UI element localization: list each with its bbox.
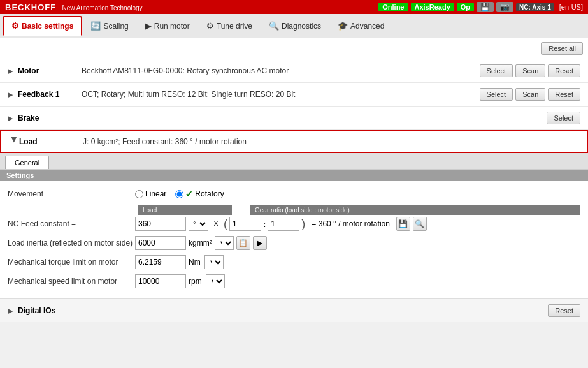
advanced-icon: 🎓 [338, 21, 348, 31]
tab-tune-drive[interactable]: ⚙ Tune drive [198, 16, 261, 36]
scaling-icon: 🔄 [90, 21, 101, 31]
feedback1-value: OCT; Rotary; Multi turn RESO: 12 Bit; Si… [82, 90, 480, 99]
mech-speed-input[interactable] [135, 274, 186, 288]
motor-label: Motor [18, 66, 82, 75]
mech-speed-unit-select[interactable]: ▼ [206, 274, 225, 288]
gear-right-input[interactable] [268, 217, 299, 231]
digital-ios-row: ▶ Digital IOs Reset [0, 298, 588, 322]
tab-diagnostics[interactable]: 🔍 Diagnostics [261, 16, 329, 36]
linear-label: Linear [145, 189, 166, 198]
tab-basic-settings[interactable]: ⚙ Basic settings [3, 16, 82, 36]
digital-ios-arrow[interactable]: ▶ [8, 307, 18, 315]
load-inertia-row: Load inertia (reflected on motor side) k… [8, 235, 580, 251]
nav-tabs: ⚙ Basic settings 🔄 Scaling ▶ Run motor ⚙… [0, 14, 588, 38]
copy-icon[interactable]: 📋 [236, 236, 250, 250]
op-badge: Op [457, 3, 474, 11]
mech-torque-input[interactable] [135, 255, 186, 269]
reset-all-button[interactable]: Reset all [541, 42, 583, 55]
gear-ratio-group: ( : ) [224, 217, 305, 231]
sub-tab-general[interactable]: General [5, 156, 49, 169]
rotatory-radio[interactable] [175, 190, 183, 198]
gear-left-input[interactable] [229, 217, 261, 231]
mech-speed-row: Mechanical speed limit on motor rpm ▼ [8, 274, 580, 289]
feedback1-expand-arrow[interactable]: ▶ [8, 91, 18, 99]
nc-feed-result: = 360 ° / motor rotation [312, 219, 390, 228]
gear-icon: ⚙ [11, 21, 19, 31]
motor-actions: Select Scan Reset [480, 64, 580, 77]
motor-row: ▶ Motor Beckhoff AM8111-0FG0-0000: Rotar… [0, 59, 588, 83]
rotatory-label: Rotatory [195, 189, 224, 198]
status-bar: Online AxisReady Op 💾 📷 NC: Axis 1 [en-U… [378, 2, 583, 12]
nc-axis-badge: NC: Axis 1 [516, 3, 554, 11]
nc-feed-input[interactable] [135, 217, 186, 231]
calculator-icon[interactable]: 🔍 [413, 217, 427, 231]
linear-radio[interactable] [135, 190, 143, 198]
load-inertia-input[interactable] [135, 236, 186, 250]
close-paren: ) [301, 218, 305, 230]
digital-ios-label: Digital IOs [18, 306, 82, 315]
load-inertia-unit-select[interactable]: ▼ [215, 236, 234, 250]
tab-scaling[interactable]: 🔄 Scaling [82, 16, 136, 36]
movement-controls: Linear ✔ Rotatory [135, 189, 580, 199]
brake-select-button[interactable]: Select [547, 112, 580, 124]
load-expand-arrow[interactable]: ▶ [10, 136, 18, 147]
load-inertia-label: Load inertia (reflected on motor side) [8, 239, 135, 247]
load-value: J: 0 kgcm²; Feed constant: 360 ° / motor… [83, 137, 579, 146]
feedback1-reset-button[interactable]: Reset [548, 88, 580, 101]
nc-feed-controls: ° X ( : ) = 360 ° / motor rotation 💾 🔍 [135, 217, 580, 231]
brake-expand-arrow[interactable]: ▶ [8, 114, 18, 122]
floppy-icon[interactable]: 💾 [477, 2, 494, 12]
mech-torque-label: Mechanical torque limit on motor [8, 258, 135, 267]
tab-run-motor[interactable]: ▶ Run motor [137, 16, 198, 36]
mech-speed-unit: rpm [189, 277, 202, 286]
rotatory-option[interactable]: ✔ Rotatory [175, 189, 224, 199]
top-bar: BECKHOFF New Automation Technology Onlin… [0, 0, 588, 14]
run-icon: ▶ [145, 21, 152, 31]
sub-tabs: General [0, 153, 588, 170]
feedback1-scan-button[interactable]: Scan [515, 88, 545, 101]
load-inertia-controls: kgmm² ▼ 📋 ▶ [135, 236, 580, 250]
motor-scan-button[interactable]: Scan [515, 64, 545, 77]
gear-col-header: Gear ratio (load side : motor side) [250, 205, 580, 215]
mech-torque-unit-select[interactable]: ▼ [204, 255, 224, 269]
save-icon[interactable]: 💾 [396, 217, 410, 231]
locale-label: [en-US] [559, 3, 583, 11]
motor-value: Beckhoff AM8111-0FG0-0000: Rotary synchr… [82, 66, 480, 75]
content-area: Reset all ▶ Motor Beckhoff AM8111-0FG0-0… [0, 38, 588, 322]
settings-body: Movement Linear ✔ Rotatory Load [0, 181, 588, 298]
movement-row: Movement Linear ✔ Rotatory [8, 186, 580, 202]
linear-option[interactable]: Linear [135, 189, 166, 198]
online-badge: Online [378, 3, 408, 11]
tab-advanced[interactable]: 🎓 Advanced [329, 16, 392, 36]
settings-header: Settings [0, 170, 588, 181]
feedback1-select-button[interactable]: Select [480, 88, 513, 101]
column-headers: Load Gear ratio (load side : motor side) [8, 205, 580, 215]
load-row: ▶ Load J: 0 kgcm²; Feed constant: 360 ° … [0, 130, 588, 153]
load-inertia-unit: kgmm² [189, 239, 212, 247]
motor-reset-button[interactable]: Reset [548, 64, 580, 77]
axisready-badge: AxisReady [411, 3, 454, 11]
beckhoff-logo: BECKHOFF New Automation Technology [5, 3, 143, 12]
motor-select-button[interactable]: Select [480, 64, 513, 77]
feedback1-actions: Select Scan Reset [480, 88, 580, 101]
mech-speed-label: Mechanical speed limit on motor [8, 277, 135, 286]
motor-expand-arrow[interactable]: ▶ [8, 67, 18, 75]
load-col-header: Load [138, 205, 232, 215]
digital-ios-reset-button[interactable]: Reset [548, 304, 580, 317]
mech-speed-controls: rpm ▼ [135, 274, 580, 288]
nc-feed-label: NC Feed constant = [8, 219, 135, 228]
tune-icon: ⚙ [206, 21, 214, 31]
brake-label: Brake [18, 114, 82, 122]
colon-separator: : [263, 219, 266, 229]
diag-icon: 🔍 [269, 21, 279, 31]
brake-row: ▶ Brake Select [0, 107, 588, 130]
nc-feed-unit-select[interactable]: ° [189, 217, 208, 231]
right-arrow-icon[interactable]: ▶ [253, 236, 267, 250]
mech-torque-controls: Nm ▼ [135, 255, 580, 269]
toolbar: Reset all [0, 38, 588, 59]
nc-feed-row: NC Feed constant = ° X ( : ) = 360 ° / m… [8, 216, 580, 232]
load-expanded-content: General Settings Movement Linear ✔ Rotat… [0, 153, 588, 298]
camera-icon[interactable]: 📷 [496, 2, 513, 12]
check-icon: ✔ [185, 189, 193, 199]
movement-label: Movement [8, 189, 135, 198]
